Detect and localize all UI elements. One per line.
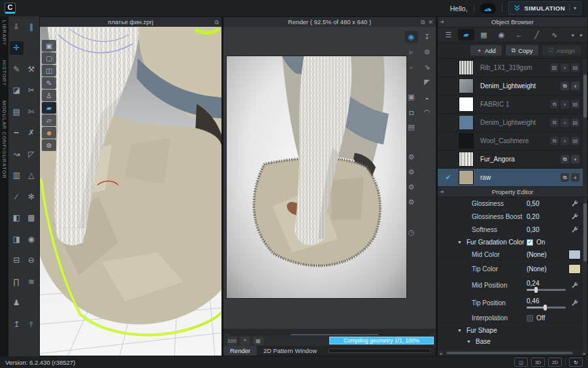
wrench-icon[interactable] xyxy=(567,213,581,220)
show-pen-marks-icon[interactable]: ✎ xyxy=(42,77,56,89)
fold-arrangement-icon[interactable]: ⊟ xyxy=(10,254,24,267)
topstitch-tab-icon[interactable]: ← xyxy=(511,29,527,41)
trace-icon[interactable]: ◸ xyxy=(24,147,38,161)
area-light-icon[interactable]: ◒ xyxy=(420,91,434,103)
zoom-fit-icon[interactable]: ⌖ xyxy=(240,337,250,345)
wrench-icon[interactable] xyxy=(567,200,581,207)
property-value[interactable]: 0,50 xyxy=(527,200,567,207)
pixel-grid-icon[interactable]: ▦ xyxy=(253,337,263,345)
fabric-copy-icon[interactable]: ⧉ xyxy=(550,137,559,145)
fabric-row[interactable]: Fur_Angora⧉＋ xyxy=(438,150,587,169)
animation-pause-icon[interactable]: ∥ xyxy=(24,20,38,33)
environment-map-icon[interactable]: ⊛ xyxy=(420,46,434,58)
pants-icon[interactable]: ∏ xyxy=(10,275,24,288)
texture-tab-icon[interactable]: ▦ xyxy=(476,29,492,41)
image-properties-icon[interactable]: ⚙ xyxy=(404,151,418,163)
mid-color-swatch[interactable] xyxy=(568,250,581,259)
tip-color-swatch[interactable] xyxy=(568,264,581,274)
pin-icon[interactable]: ∕ xyxy=(10,190,24,203)
dock-tab-modular-configurator[interactable]: MODULAR CONFIGURATOR xyxy=(1,101,7,179)
copy-button[interactable]: ⧉ Copy xyxy=(506,45,539,56)
tip-position-slider[interactable] xyxy=(527,307,566,309)
snapshot-window-icon[interactable]: ◘ xyxy=(404,106,418,118)
save-icon[interactable]: ▤ xyxy=(571,63,580,72)
viewport-3d-canvas[interactable]: ▣▢◫✎♙▰▱☻⊛ xyxy=(40,27,221,356)
mode-dropdown-button[interactable]: SIMULATION ▾ xyxy=(508,1,581,15)
raise-garment-icon[interactable]: ↥ xyxy=(10,317,24,331)
fabric-row[interactable]: Wool_Cashmere⧉＋▤ xyxy=(438,132,587,150)
save-icon[interactable]: ▤ xyxy=(571,100,580,109)
fabric-copy-icon[interactable]: ⧉ xyxy=(561,173,569,182)
popout-window-icon[interactable]: ⧉ xyxy=(421,19,425,25)
start-video-render-icon[interactable]: ▹ xyxy=(404,46,418,58)
show-garment-outline-icon[interactable]: ▢ xyxy=(42,52,56,64)
edit-pattern-icon[interactable]: ✎ xyxy=(10,62,24,76)
add-icon[interactable]: ＋ xyxy=(571,173,580,182)
fabric-copy-icon[interactable]: ⧉ xyxy=(561,155,569,163)
fabric-thumbnail[interactable] xyxy=(459,170,474,185)
property-editor-hscrollbar[interactable]: ◂ ▸ xyxy=(438,350,587,356)
tab-2d-pattern-window[interactable]: 2D Pattern Window xyxy=(257,346,323,356)
sewing-machine-icon[interactable]: ▤ xyxy=(10,105,24,118)
flattening-icon[interactable]: △ xyxy=(24,169,38,182)
save-icon[interactable]: ▤ xyxy=(571,118,580,127)
collapse-triangle-icon[interactable]: ▼ xyxy=(457,240,464,244)
tabs-scroll-right-icon[interactable]: ▸ xyxy=(578,29,585,41)
fabric-list-scrollbar[interactable] xyxy=(583,59,587,187)
wrench-icon[interactable] xyxy=(567,282,581,289)
wrench-icon[interactable] xyxy=(567,350,581,351)
image-icon[interactable]: ▨ xyxy=(550,63,559,72)
fabric-thumbnail[interactable] xyxy=(459,152,474,167)
select-garment-icon[interactable]: ◪ xyxy=(10,84,24,97)
show-avatar-accessory-icon[interactable]: ♙ xyxy=(42,90,56,101)
hammer-tool-icon[interactable]: ⚒ xyxy=(24,62,38,76)
property-editor-scrollbar[interactable] xyxy=(583,197,587,350)
fabric-copy-icon[interactable]: ⧉ xyxy=(550,100,559,109)
dock-arrow-icon[interactable]: ➜ xyxy=(440,189,444,195)
fabric-thumbnail[interactable] xyxy=(459,60,474,75)
scroll-right-icon[interactable]: ▸ xyxy=(581,351,587,356)
view-2d-button[interactable]: 2D xyxy=(548,358,562,367)
segment-sewing-icon[interactable]: ╍ xyxy=(10,126,24,140)
pattern-shirt-icon[interactable]: ▩ xyxy=(24,211,38,225)
fabric-row[interactable]: Denim_Lightweight⧉＋ xyxy=(438,77,587,95)
wrench-icon[interactable] xyxy=(567,226,581,233)
dock-tab-history[interactable]: HISTORY xyxy=(1,60,7,86)
scroll-left-icon[interactable]: ◂ xyxy=(438,351,444,356)
fabric-row[interactable]: Rib_1X1_319gsm▨＋▤ xyxy=(438,59,587,77)
property-value[interactable]: 0,46 xyxy=(527,297,567,305)
fabric-tab-icon[interactable]: ▰ xyxy=(458,29,474,41)
property-value[interactable]: 0,30 xyxy=(527,226,567,233)
image-board-icon[interactable]: ▣ xyxy=(404,91,418,103)
fabric-thumbnail[interactable] xyxy=(459,97,474,112)
property-value[interactable]: 0,24 xyxy=(527,280,567,287)
jacket-icon[interactable]: ◨ xyxy=(10,232,24,246)
textured-surface-icon[interactable]: ▰ xyxy=(42,102,56,114)
button-tab-icon[interactable]: ◉ xyxy=(493,29,510,41)
fabric-row[interactable]: Denim_Lightweight⧉＋▤ xyxy=(438,114,587,132)
render-in-progress-icon[interactable]: ◉ xyxy=(404,31,418,43)
viewport-3d-titlebar[interactable]: платье фин.zprj ⧉ xyxy=(40,17,221,27)
cut-tool-icon[interactable]: ✂ xyxy=(24,84,38,97)
show-environment-icon[interactable]: ⊛ xyxy=(42,139,56,151)
fur-gradation-checkbox[interactable]: ✔ xyxy=(527,239,533,246)
video-sequence-icon[interactable]: ▫ xyxy=(404,61,418,73)
fabric-copy-icon[interactable]: ⧉ xyxy=(561,82,569,90)
tab-render[interactable]: Render xyxy=(223,346,257,356)
mid-position-slider[interactable] xyxy=(527,289,566,291)
zipper-icon[interactable]: ≋ xyxy=(24,275,38,288)
fabric-copy-icon[interactable]: ⧉ xyxy=(550,118,559,127)
assign-button[interactable]: ☑ Assign xyxy=(542,45,581,56)
zoom-100-icon[interactable]: 100 xyxy=(227,337,237,345)
mesh-surface-icon[interactable]: ▱ xyxy=(42,114,56,126)
split-view-icon[interactable]: ◫ xyxy=(514,358,528,367)
edit-sewing-icon[interactable]: ▥ xyxy=(10,169,24,182)
property-value[interactable]: 0,20 xyxy=(527,213,567,220)
stitch-tab-icon[interactable]: ╱ xyxy=(529,29,545,41)
scene-list-icon[interactable]: ☰ xyxy=(440,29,457,41)
collapse-triangle-icon[interactable]: ▼ xyxy=(457,328,464,333)
app-logo[interactable]: C xyxy=(5,3,16,14)
save-icon[interactable]: ▤ xyxy=(571,137,580,145)
add-button[interactable]: ＋ Add xyxy=(470,45,502,56)
add-icon[interactable]: ＋ xyxy=(571,82,580,90)
